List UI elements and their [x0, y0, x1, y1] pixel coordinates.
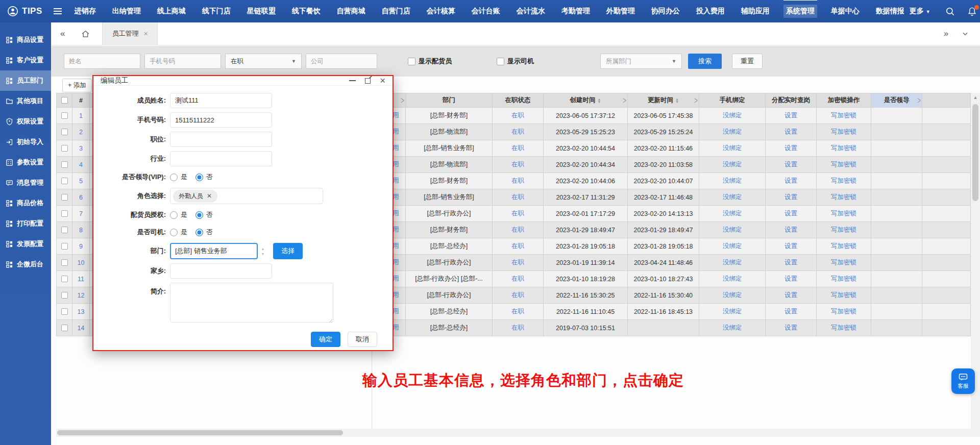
row-checkbox[interactable]	[56, 157, 72, 172]
row-checkbox[interactable]	[56, 206, 72, 221]
phone-bind-link[interactable]: 没绑定	[699, 189, 766, 205]
picker-yes-radio[interactable]	[170, 211, 178, 219]
cancel-button[interactable]: 取消	[348, 332, 377, 347]
home-icon[interactable]	[74, 30, 97, 38]
assign-patrol-link[interactable]: 设置	[766, 287, 817, 303]
intro-textarea[interactable]	[170, 283, 333, 323]
nav-item[interactable]: 自营门店	[379, 5, 413, 18]
scroll-up-icon[interactable]: ▲	[971, 95, 980, 100]
notification-bell-icon[interactable]	[967, 7, 977, 16]
position-input[interactable]	[170, 132, 272, 147]
row-number[interactable]: 2	[72, 124, 90, 140]
phone-bind-link[interactable]: 没绑定	[699, 222, 766, 238]
sidebar-item[interactable]: 初始导入	[0, 132, 51, 152]
phone-bind-link[interactable]: 没绑定	[699, 238, 766, 254]
nav-item[interactable]: 系统管理	[783, 5, 817, 18]
phone-bind-link[interactable]: 没绑定	[699, 140, 766, 156]
nav-item[interactable]: 线下餐饮	[289, 5, 323, 18]
reset-button[interactable]: 重置	[732, 54, 763, 69]
write-lock-link[interactable]: 写加密锁	[817, 124, 871, 140]
sort-icon[interactable]: ▲▼	[598, 98, 601, 103]
sidebar-item[interactable]: 发票配置	[0, 234, 51, 254]
header-created[interactable]: 创建时间 ▲▼ >	[544, 93, 628, 107]
column-handle-icon[interactable]: >	[694, 95, 698, 106]
write-lock-link[interactable]: 写加密锁	[817, 157, 871, 172]
nav-item[interactable]: 协同办公	[649, 5, 682, 18]
phone-bind-link[interactable]: 没绑定	[699, 206, 766, 221]
search-icon[interactable]	[945, 7, 955, 16]
nav-item[interactable]: 星链联盟	[244, 5, 278, 18]
add-employee-button[interactable]: + 添加	[62, 79, 92, 92]
maximize-icon[interactable]	[365, 78, 371, 84]
collapse-tabs-icon[interactable]: «	[51, 29, 74, 39]
assign-patrol-link[interactable]: 设置	[766, 320, 817, 336]
assign-patrol-link[interactable]: 设置	[766, 157, 817, 172]
assign-patrol-link[interactable]: 设置	[766, 124, 817, 140]
company-filter-input[interactable]	[306, 54, 377, 69]
row-checkbox[interactable]	[56, 222, 72, 238]
write-lock-link[interactable]: 写加密锁	[817, 287, 871, 303]
scrollbar-thumb[interactable]	[972, 104, 978, 201]
write-lock-link[interactable]: 写加密锁	[817, 108, 871, 123]
row-number[interactable]: 1	[72, 108, 90, 123]
tab-employee-management[interactable]: 员工管理 ×	[102, 22, 157, 45]
sidebar-item[interactable]: 权限设置	[0, 111, 51, 132]
status-filter-select[interactable]: 在职▼	[225, 54, 302, 69]
nav-item[interactable]: 出纳管理	[110, 5, 143, 18]
row-number[interactable]: 4	[72, 157, 90, 172]
phone-bind-link[interactable]: 没绑定	[699, 287, 766, 303]
horizontal-scrollbar[interactable]	[56, 429, 971, 437]
sidebar-item[interactable]: 商品设置	[0, 30, 51, 50]
spinner-arrows[interactable]: ▲▼	[259, 243, 267, 259]
vip-no-radio[interactable]	[195, 174, 203, 181]
write-lock-link[interactable]: 写加密锁	[817, 255, 871, 270]
assign-patrol-link[interactable]: 设置	[766, 140, 817, 156]
assign-patrol-link[interactable]: 设置	[766, 255, 817, 270]
search-button[interactable]: 搜索	[688, 54, 722, 69]
column-handle-icon[interactable]: >	[401, 95, 404, 106]
phone-bind-link[interactable]: 没绑定	[699, 157, 766, 172]
row-number[interactable]: 14	[72, 320, 90, 336]
nav-item[interactable]: 数据情报	[873, 5, 907, 18]
assign-patrol-link[interactable]: 设置	[766, 304, 817, 319]
row-number[interactable]: 13	[72, 304, 90, 319]
hamburger-icon[interactable]	[54, 8, 62, 14]
department-filter-select[interactable]: 所属部门▼	[600, 54, 682, 69]
write-lock-link[interactable]: 写加密锁	[817, 238, 871, 254]
row-number[interactable]: 11	[72, 271, 90, 287]
sidebar-item[interactable]: 消息管理	[0, 172, 51, 193]
phone-bind-link[interactable]: 没绑定	[699, 320, 766, 336]
row-number[interactable]: 10	[72, 255, 90, 270]
row-checkbox[interactable]	[56, 124, 72, 140]
nav-item[interactable]: 辅助应用	[739, 5, 772, 18]
department-input[interactable]	[170, 243, 258, 259]
dept-select-button[interactable]: 选择	[273, 243, 303, 259]
sidebar-item[interactable]: 企微后台	[0, 254, 51, 275]
row-checkbox[interactable]	[56, 255, 72, 270]
show-driver-checkbox[interactable]: 显示司机	[497, 57, 534, 66]
row-checkbox[interactable]	[56, 304, 72, 319]
column-handle-icon[interactable]: >	[917, 95, 921, 106]
write-lock-link[interactable]: 写加密锁	[817, 271, 871, 287]
assign-patrol-link[interactable]: 设置	[766, 173, 817, 189]
sidebar-item[interactable]: 打印配置	[0, 213, 51, 234]
row-checkbox[interactable]	[56, 108, 72, 123]
row-checkbox[interactable]	[56, 320, 72, 336]
remove-tag-icon[interactable]: ✕	[207, 192, 212, 200]
show-picker-checkbox[interactable]: 显示配货员	[408, 57, 452, 66]
phone-bind-link[interactable]: 没绑定	[699, 173, 766, 189]
nav-item[interactable]: 线下门店	[200, 5, 233, 18]
phone-bind-link[interactable]: 没绑定	[699, 108, 766, 123]
member-name-input[interactable]	[170, 93, 272, 108]
role-select-box[interactable]: 外勤人员✕	[170, 188, 323, 204]
write-lock-link[interactable]: 写加密锁	[817, 222, 871, 238]
write-lock-link[interactable]: 写加密锁	[817, 206, 871, 221]
sidebar-item[interactable]: 商品价格	[0, 193, 51, 213]
assign-patrol-link[interactable]: 设置	[766, 238, 817, 254]
picker-no-radio[interactable]	[195, 211, 203, 219]
row-checkbox[interactable]	[56, 173, 72, 189]
phone-number-input[interactable]	[170, 112, 272, 128]
driver-no-radio[interactable]	[195, 229, 203, 236]
sidebar-item[interactable]: 参数设置	[0, 152, 51, 172]
confirm-button[interactable]: 确定	[311, 332, 340, 347]
